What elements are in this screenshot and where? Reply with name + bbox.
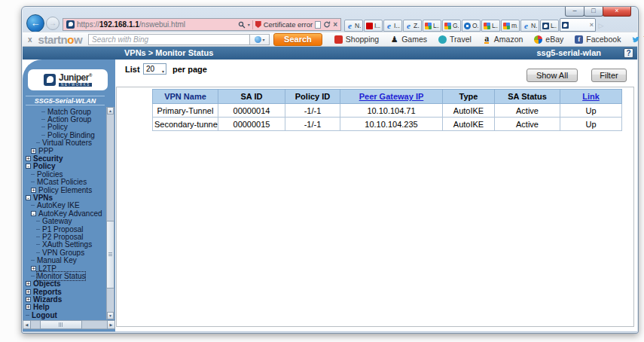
tab-close-icon[interactable]: × <box>590 21 594 29</box>
tab-l[interactable]: L... <box>540 20 559 32</box>
col-header-peer-gateway-ip[interactable]: Peer Gateway IP <box>340 90 443 104</box>
browser-window: – □ × ← → https://192.168.1.1/nswebui.ht… <box>21 6 639 334</box>
tab-o[interactable]: O... <box>462 20 481 32</box>
search-icon[interactable] <box>238 21 246 29</box>
toolbar-link-games[interactable]: Games <box>390 35 427 44</box>
sidebar-horizontal-scrollbar[interactable]: ◀ ▶ <box>23 320 115 329</box>
vertical-scroll-thumb[interactable] <box>106 221 114 289</box>
tab-l[interactable]: L... <box>423 20 441 32</box>
tab-scroll-next-icon[interactable]: ▷ <box>597 20 606 32</box>
tab-z[interactable]: Z... <box>403 20 422 32</box>
tab-n[interactable]: N... <box>520 20 539 32</box>
tab-l[interactable]: L... <box>481 20 500 32</box>
expand-toggle-icon[interactable]: + <box>31 188 36 193</box>
expand-toggle-icon[interactable]: + <box>26 297 31 302</box>
scroll-up-icon[interactable]: ▲ <box>107 107 114 115</box>
expand-toggle-icon[interactable]: - <box>31 211 36 216</box>
page-size-select[interactable]: 20▾ <box>143 63 166 75</box>
sidebar-item-l2tp[interactable]: + L2TP <box>24 264 105 272</box>
scroll-down-icon[interactable]: ▼ <box>107 312 114 319</box>
sidebar-item-p1-proposal[interactable]: P1 Proposal <box>24 225 105 233</box>
sidebar-item-autokey-advanced[interactable]: - AutoKey Advanced <box>24 209 105 217</box>
search-dropdown-caret-icon[interactable]: ▾ <box>248 22 250 27</box>
sidebar-item-policies[interactable]: Policies <box>24 170 105 178</box>
sidebar-item-policy-elements[interactable]: + Policy Elements <box>24 186 105 194</box>
tab-active[interactable]: × <box>560 18 596 32</box>
sidebar-item-reports[interactable]: + Reports <box>24 288 105 295</box>
tab-i[interactable]: I... <box>383 20 402 32</box>
expand-toggle-icon[interactable]: - <box>26 195 31 200</box>
tab-g[interactable]: G... <box>442 20 461 32</box>
tab-m[interactable]: m... <box>501 20 520 32</box>
toolbar-close-icon[interactable]: x <box>28 35 32 44</box>
search-button[interactable]: Search <box>273 33 322 46</box>
compatibility-view-icon[interactable] <box>315 21 321 29</box>
url-text[interactable]: https://192.168.1.1/nswebui.html <box>77 20 236 29</box>
expand-toggle-icon[interactable]: - <box>26 163 31 169</box>
search-input[interactable] <box>88 34 250 45</box>
scroll-left-icon[interactable]: ◀ <box>23 320 31 329</box>
show-all-button[interactable]: Show All <box>526 69 578 82</box>
col-header-link[interactable]: Link <box>560 90 622 104</box>
toolbar-link-shopping[interactable]: Shopping <box>334 35 379 44</box>
expand-toggle-icon[interactable]: + <box>26 281 31 286</box>
sidebar-item-wizards[interactable]: + Wizards <box>24 295 105 303</box>
expand-toggle-icon[interactable]: + <box>26 156 31 161</box>
toolbar-link-amazon[interactable]: Amazon <box>483 35 523 44</box>
stop-icon[interactable]: × <box>333 20 337 29</box>
google-icon <box>444 23 451 29</box>
sidebar-item-xauth-settings[interactable]: XAuth Settings <box>24 241 105 249</box>
filter-button[interactable]: Filter <box>591 69 627 82</box>
sidebar-item-policy[interactable]: - Policy <box>24 163 105 170</box>
close-button[interactable]: × <box>603 7 631 17</box>
sidebar-item-logout[interactable]: Logout <box>24 311 105 319</box>
sidebar-item-help[interactable]: + Help <box>24 304 105 311</box>
maximize-button[interactable]: □ <box>584 7 603 17</box>
tab-i[interactable]: I... <box>364 20 383 32</box>
horizontal-scroll-thumb[interactable] <box>40 320 82 329</box>
window-titlebar[interactable]: – □ × <box>22 7 638 17</box>
sidebar-item-match-group[interactable]: Match Group <box>24 108 105 115</box>
tab-n[interactable]: N... <box>344 20 363 32</box>
toolbar-link-travel[interactable]: Travel <box>438 35 472 44</box>
expand-toggle-icon[interactable]: + <box>26 304 31 310</box>
sidebar-item-policy-binding[interactable]: Policy Binding <box>24 131 105 139</box>
minimize-button[interactable]: – <box>565 7 584 17</box>
sidebar-item-gateway[interactable]: Gateway <box>24 217 105 224</box>
page-viewport: VPNs > Monitor Status ssg5-serial-wlan ?… <box>23 47 637 331</box>
sidebar-item-autokey-ike[interactable]: AutoKey IKE <box>24 202 105 209</box>
search-engine-button[interactable]: ▾ <box>250 34 270 45</box>
back-button[interactable]: ← <box>26 14 44 32</box>
scroll-right-icon[interactable]: ▶ <box>107 320 115 329</box>
sidebar-item-security[interactable]: + Security <box>24 154 105 162</box>
ie-icon <box>405 23 412 29</box>
sidebar-vertical-scrollbar[interactable]: ▲ ▼ <box>106 107 114 319</box>
toolbar-link-twitter[interactable]: Twitter <box>632 35 644 44</box>
address-bar[interactable]: https://192.168.1.1/nswebui.html ▾ Certi… <box>63 18 341 31</box>
sidebar-item-vpn-groups[interactable]: VPN Groups <box>24 249 105 256</box>
forward-button[interactable]: → <box>46 17 60 30</box>
certificate-error-label[interactable]: Certificate error <box>264 20 313 29</box>
sidebar-item-virtual-routers[interactable]: Virtual Routers <box>24 139 105 147</box>
sidebar-item-action-group[interactable]: Action Group <box>24 115 105 123</box>
sidebar-item-p2-proposal[interactable]: P2 Proposal <box>24 233 105 240</box>
toolbar-link-ebay[interactable]: eBay <box>534 35 563 44</box>
sidebar-item-vpns[interactable]: - VPNs <box>24 194 105 201</box>
refresh-icon[interactable] <box>323 20 331 29</box>
expand-toggle-icon[interactable]: + <box>31 148 36 154</box>
col-header-vpn-name[interactable]: VPN Name <box>153 90 218 104</box>
certificate-error-shield-icon[interactable] <box>255 21 261 28</box>
sidebar-item-objects[interactable]: + Objects <box>24 280 105 288</box>
vpn-monitor-table: VPN NameSA IDPolicy IDPeer Gateway IPTyp… <box>152 89 622 131</box>
expand-toggle-icon[interactable]: + <box>26 289 31 295</box>
toolbar-link-facebook[interactable]: Facebook <box>575 35 621 44</box>
table-cell: -1/-1 <box>285 104 340 118</box>
sidebar-item-manual-key[interactable]: Manual Key <box>24 256 105 264</box>
sidebar-item-policy[interactable]: Policy <box>24 124 105 131</box>
help-button[interactable]: ? <box>624 48 633 58</box>
sidebar-item-ppp[interactable]: + PPP <box>24 147 105 154</box>
expand-toggle-icon[interactable]: + <box>31 266 36 271</box>
sidebar-item-mcast-policies[interactable]: MCast Policies <box>24 179 105 186</box>
table-cell: 10.10.104.71 <box>340 104 443 118</box>
sidebar-item-monitor-status[interactable]: Monitor Status <box>24 272 105 279</box>
